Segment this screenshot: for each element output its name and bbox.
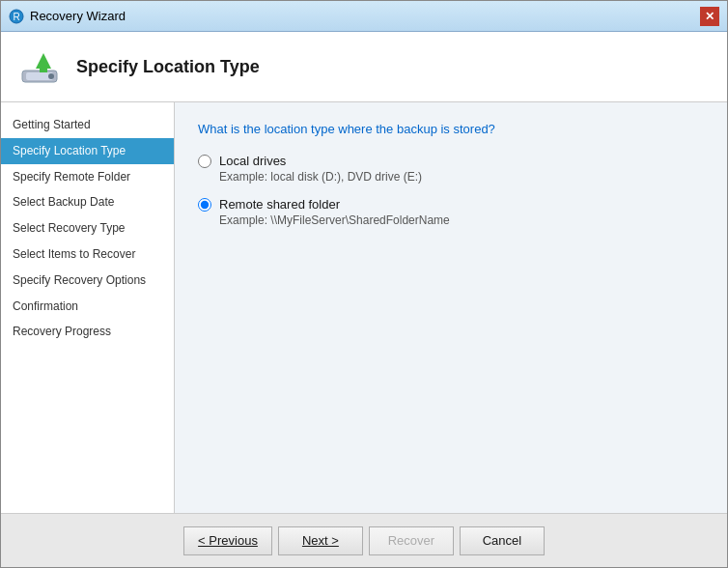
header-icon bbox=[16, 43, 63, 90]
cancel-button[interactable]: Cancel bbox=[460, 526, 545, 555]
main-content: Getting Started Specify Location Type Sp… bbox=[1, 102, 727, 513]
footer: < Previous Next > Recover Cancel bbox=[1, 513, 727, 567]
sidebar-item-specify-remote-folder[interactable]: Specify Remote Folder bbox=[1, 164, 174, 190]
local-drives-example: Example: local disk (D:), DVD drive (E:) bbox=[219, 170, 704, 184]
remote-folder-text: Remote shared folder bbox=[219, 197, 340, 212]
sidebar-item-specify-location-type[interactable]: Specify Location Type bbox=[1, 138, 174, 164]
sidebar-item-recovery-progress[interactable]: Recovery Progress bbox=[1, 319, 174, 345]
title-bar-left: R Recovery Wizard bbox=[9, 9, 126, 24]
close-button[interactable]: ✕ bbox=[700, 7, 719, 26]
page-title: Specify Location Type bbox=[76, 57, 260, 77]
sidebar-item-getting-started[interactable]: Getting Started bbox=[1, 112, 174, 138]
recover-button[interactable]: Recover bbox=[369, 526, 454, 555]
svg-text:R: R bbox=[13, 12, 19, 22]
sidebar-item-select-items-to-recover[interactable]: Select Items to Recover bbox=[1, 241, 174, 268]
title-bar: R Recovery Wizard ✕ bbox=[1, 1, 727, 32]
svg-point-4 bbox=[48, 73, 54, 79]
remote-folder-label[interactable]: Remote shared folder bbox=[198, 197, 704, 212]
content-area: What is the location type where the back… bbox=[175, 102, 727, 513]
next-button[interactable]: Next > bbox=[278, 526, 363, 555]
local-drives-radio[interactable] bbox=[198, 155, 211, 168]
sidebar-item-select-recovery-type[interactable]: Select Recovery Type bbox=[1, 215, 174, 241]
title-bar-text: Recovery Wizard bbox=[30, 9, 126, 23]
sidebar: Getting Started Specify Location Type Sp… bbox=[1, 102, 175, 513]
local-drives-option: Local drives Example: local disk (D:), D… bbox=[198, 154, 704, 184]
content-question: What is the location type where the back… bbox=[198, 122, 704, 136]
remote-folder-example: Example: \\MyFileServer\SharedFolderName bbox=[219, 213, 704, 227]
svg-rect-6 bbox=[40, 65, 47, 72]
local-drives-text: Local drives bbox=[219, 154, 286, 168]
remote-folder-option: Remote shared folder Example: \\MyFileSe… bbox=[198, 197, 704, 227]
header-area: Specify Location Type bbox=[1, 32, 727, 102]
local-drives-label[interactable]: Local drives bbox=[198, 154, 704, 168]
sidebar-item-confirmation[interactable]: Confirmation bbox=[1, 294, 174, 320]
remote-folder-radio[interactable] bbox=[198, 198, 211, 212]
sidebar-item-select-backup-date[interactable]: Select Backup Date bbox=[1, 189, 174, 215]
sidebar-item-specify-recovery-options[interactable]: Specify Recovery Options bbox=[1, 268, 174, 294]
app-icon: R bbox=[9, 9, 24, 24]
previous-button[interactable]: < Previous bbox=[183, 526, 272, 555]
recovery-wizard-window: R Recovery Wizard ✕ Specify Location Typ… bbox=[0, 0, 728, 568]
